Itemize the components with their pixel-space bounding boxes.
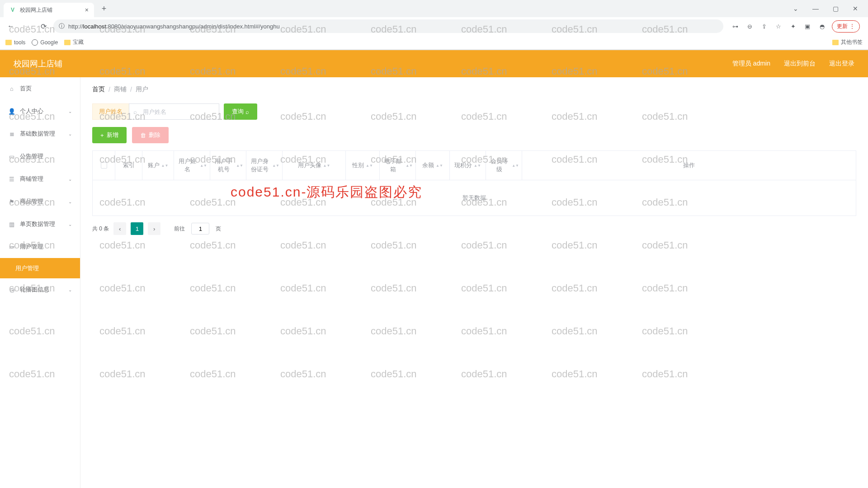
th-idcard[interactable]: 用户身份证号▲▼ (246, 151, 283, 180)
share-icon[interactable]: ⇪ (760, 22, 769, 31)
sidebar-item-personal[interactable]: 👤 个人中心 ⌄ (0, 100, 80, 122)
maximize-icon[interactable]: ▢ (826, 2, 844, 15)
browser-tab[interactable]: V 校园网上店铺 × (4, 3, 94, 17)
sidebar-item-carousel[interactable]: ◷ 轮播图信息 ⌄ (0, 278, 80, 301)
sort-icon: ▲▼ (161, 164, 169, 167)
th-gender[interactable]: 性别▲▼ (346, 151, 380, 180)
minimize-icon[interactable]: — (807, 2, 825, 15)
sidebar-item-user-mgmt[interactable]: ≔ 用户管理 (0, 235, 80, 258)
browser-chrome: V 校园网上店铺 × + ⌄ — ▢ ✕ ← → ⟳ ⓘ http://loca… (0, 0, 868, 50)
bookmark-other[interactable]: 其他书签 (832, 38, 863, 46)
breadcrumb-home[interactable]: 首页 (92, 85, 105, 94)
delete-button[interactable]: 🗑删除 (132, 127, 169, 143)
vue-favicon-icon: V (9, 6, 16, 14)
key-icon[interactable]: ⊶ (731, 22, 740, 31)
breadcrumb: 首页 / 商铺 / 用户 (92, 85, 856, 94)
filter-label: 用户姓名 (92, 103, 129, 120)
sidebar-item-single-page[interactable]: ▥ 单页数据管理 ⌄ (0, 213, 80, 235)
window-controls: ⌄ — ▢ ✕ (787, 2, 864, 15)
list-icon: ≔ (8, 244, 15, 250)
checkbox-icon[interactable] (101, 162, 107, 169)
sidebar-item-product[interactable]: ⚑ 商品管理 ⌄ (0, 190, 80, 213)
th-points[interactable]: 现积分▲▼ (450, 151, 486, 180)
prev-page-button[interactable]: ‹ (113, 222, 126, 235)
plus-icon: + (100, 132, 104, 139)
page-1-button[interactable]: 1 (131, 222, 143, 235)
action-row: +新增 🗑删除 (92, 127, 856, 143)
query-button[interactable]: 查询 ⌕ (224, 103, 257, 120)
app-header: 校园网上店铺 管理员 admin 退出到前台 退出登录 (0, 50, 868, 77)
close-tab-icon[interactable]: × (85, 6, 89, 14)
user-icon: 👤 (8, 108, 15, 115)
extension-icon[interactable]: ✦ (788, 22, 797, 31)
sort-icon: ▲▼ (474, 164, 481, 167)
header-right: 管理员 admin 退出到前台 退出登录 (732, 60, 854, 68)
chevron-down-icon: ⌄ (68, 177, 72, 182)
app-body: ⌂ 首页 👤 个人中心 ⌄ ≣ 基础数据管理 ⌄ ▭ 公告管理 ☰ 商铺管理 ⌄… (0, 77, 868, 488)
th-index[interactable]: 索引 (115, 151, 142, 180)
breadcrumb-shop[interactable]: 商铺 (114, 85, 127, 94)
profile-icon[interactable]: ◓ (817, 22, 826, 31)
th-username[interactable]: 用户姓名▲▼ (174, 151, 210, 180)
chevron-down-icon: ⌄ (68, 199, 72, 204)
clock-icon: ◷ (8, 286, 15, 293)
th-avatar[interactable]: 用户头像▲▼ (283, 151, 346, 180)
empty-data-message: 暂无数据 (93, 180, 856, 216)
url-input[interactable]: ⓘ http://localhost:8080/xiaoyuanwangshan… (53, 19, 723, 33)
page-icon: ▥ (8, 221, 15, 228)
th-email[interactable]: 电子邮箱▲▼ (380, 151, 416, 180)
shop-icon: ☰ (8, 176, 15, 183)
app-title: 校园网上店铺 (14, 58, 62, 69)
bookmark-google[interactable]: Google (32, 39, 58, 46)
folder-icon (832, 40, 839, 45)
pagination: 共 0 条 ‹ 1 › 前往 页 (92, 222, 856, 235)
bookmarks-bar: tools Google 宝藏 其他书签 (0, 35, 868, 50)
admin-label[interactable]: 管理员 admin (732, 60, 770, 68)
next-page-button[interactable]: › (148, 222, 160, 235)
th-level[interactable]: 会员等级▲▼ (486, 151, 522, 180)
flag-icon: ⚑ (8, 198, 15, 205)
database-icon: ≣ (8, 131, 15, 137)
close-window-icon[interactable]: ✕ (846, 2, 864, 15)
globe-icon (32, 39, 38, 46)
exit-front-link[interactable]: 退出到前台 (784, 60, 816, 68)
zoom-icon[interactable]: ⊖ (745, 22, 754, 31)
star-icon[interactable]: ☆ (774, 22, 783, 31)
th-account[interactable]: 账户▲▼ (142, 151, 174, 180)
logout-link[interactable]: 退出登录 (829, 60, 854, 68)
table-header: 索引 账户▲▼ 用户姓名▲▼ 用户手机号▲▼ 用户身份证号▲▼ 用户头像▲▼ 性… (93, 151, 856, 180)
breadcrumb-user: 用户 (136, 85, 148, 94)
filter-input-wrap: ⌕ (129, 103, 219, 120)
chevron-down-icon: ⌄ (68, 222, 72, 227)
goto-page-input[interactable] (191, 223, 209, 235)
search-icon: ⌕ (245, 108, 249, 115)
new-tab-button[interactable]: + (98, 2, 110, 15)
th-phone[interactable]: 用户手机号▲▼ (210, 151, 246, 180)
username-filter-input[interactable] (129, 103, 219, 120)
update-button[interactable]: 更新⋮ (832, 20, 860, 33)
sidebar-item-user-mgmt-sub[interactable]: 用户管理 (0, 258, 80, 278)
th-checkbox[interactable] (93, 151, 115, 180)
forward-icon[interactable]: → (21, 20, 33, 33)
reload-icon[interactable]: ⟳ (37, 20, 50, 33)
filter-row: 用户姓名 ⌕ 查询 ⌕ (92, 103, 856, 120)
sidebar-item-basic-data[interactable]: ≣ 基础数据管理 ⌄ (0, 122, 80, 145)
notice-icon: ▭ (8, 153, 15, 160)
home-icon: ⌂ (8, 85, 15, 92)
sidebar-item-notice[interactable]: ▭ 公告管理 (0, 145, 80, 168)
add-button[interactable]: +新增 (92, 127, 127, 143)
separator: / (130, 86, 132, 93)
th-operation: 操作 (522, 151, 856, 180)
sort-icon: ▲▼ (200, 164, 207, 167)
back-icon[interactable]: ← (5, 20, 17, 33)
chevron-down-icon[interactable]: ⌄ (787, 2, 805, 15)
bookmark-tools[interactable]: tools (5, 39, 25, 46)
page-suffix: 页 (216, 225, 221, 233)
th-balance[interactable]: 余额▲▼ (416, 151, 450, 180)
panel-icon[interactable]: ▣ (803, 22, 812, 31)
sidebar-item-home[interactable]: ⌂ 首页 (0, 77, 80, 100)
trash-icon: 🗑 (140, 132, 146, 139)
bookmark-treasure[interactable]: 宝藏 (64, 38, 84, 46)
sort-icon: ▲▼ (512, 164, 519, 167)
sidebar-item-shop[interactable]: ☰ 商铺管理 ⌄ (0, 168, 80, 190)
